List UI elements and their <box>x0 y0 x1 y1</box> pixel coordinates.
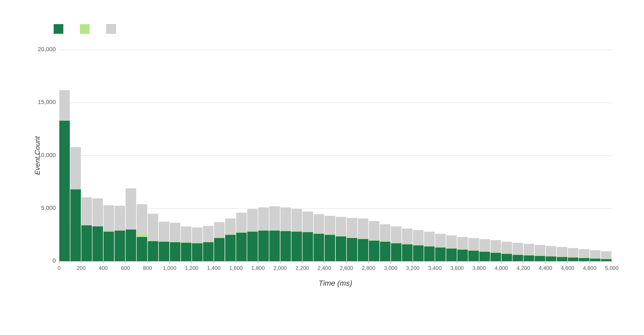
svg-rect-82 <box>314 234 324 261</box>
svg-text:1,400: 1,400 <box>207 265 221 271</box>
svg-text:2,000: 2,000 <box>273 265 287 271</box>
svg-rect-112 <box>424 247 435 261</box>
legend-swatch-controlled <box>54 24 63 34</box>
svg-rect-13 <box>59 121 70 261</box>
svg-text:4,600: 4,600 <box>561 265 574 271</box>
svg-text:600: 600 <box>121 265 130 271</box>
svg-rect-88 <box>336 236 346 261</box>
legend <box>54 24 623 34</box>
svg-rect-106 <box>402 244 412 261</box>
svg-rect-127 <box>480 252 490 261</box>
legend-item-supported <box>80 24 93 34</box>
svg-rect-58 <box>225 235 236 261</box>
svg-text:3,600: 3,600 <box>450 265 464 271</box>
svg-rect-103 <box>391 243 401 261</box>
svg-text:2,800: 2,800 <box>362 265 375 271</box>
legend-swatch-supported <box>80 24 90 34</box>
svg-rect-31 <box>126 230 136 261</box>
svg-text:3,400: 3,400 <box>428 265 442 271</box>
svg-rect-133 <box>502 254 512 261</box>
svg-rect-109 <box>413 245 423 261</box>
svg-rect-139 <box>524 255 534 261</box>
svg-rect-91 <box>347 238 357 261</box>
svg-rect-19 <box>81 225 92 261</box>
svg-rect-61 <box>236 233 247 261</box>
svg-text:1,800: 1,800 <box>251 265 265 271</box>
svg-rect-37 <box>148 241 158 261</box>
svg-rect-154 <box>579 258 589 261</box>
svg-rect-151 <box>568 258 578 261</box>
svg-rect-136 <box>513 255 523 261</box>
svg-rect-25 <box>104 232 114 261</box>
svg-rect-34 <box>137 237 147 261</box>
svg-text:2,200: 2,200 <box>295 265 309 271</box>
svg-rect-28 <box>115 231 125 261</box>
svg-text:1,200: 1,200 <box>185 265 198 271</box>
legend-swatch-total <box>106 24 116 34</box>
svg-rect-73 <box>280 231 291 261</box>
svg-rect-124 <box>468 251 479 261</box>
svg-rect-64 <box>247 232 258 261</box>
svg-text:3,200: 3,200 <box>406 265 419 271</box>
svg-text:0: 0 <box>57 265 60 271</box>
svg-text:Event Count: Event Count <box>33 136 41 175</box>
svg-rect-67 <box>258 231 269 261</box>
svg-rect-115 <box>435 248 446 261</box>
legend-item-controlled <box>54 24 67 34</box>
svg-rect-121 <box>457 250 468 261</box>
svg-text:2,400: 2,400 <box>318 265 331 271</box>
svg-rect-100 <box>380 242 390 261</box>
svg-text:5,000: 5,000 <box>605 265 619 271</box>
svg-rect-76 <box>291 232 302 261</box>
svg-rect-49 <box>192 243 202 261</box>
svg-rect-118 <box>446 249 457 261</box>
svg-text:4,400: 4,400 <box>539 265 552 271</box>
svg-text:1,600: 1,600 <box>229 265 243 271</box>
svg-text:4,800: 4,800 <box>583 265 597 271</box>
svg-rect-130 <box>491 253 501 261</box>
svg-rect-55 <box>214 238 225 261</box>
svg-text:Time (ms): Time (ms) <box>319 279 352 287</box>
svg-rect-160 <box>601 259 612 261</box>
main-chart-svg: 05,00010,00015,00020,000Event Count02004… <box>32 44 623 288</box>
svg-rect-85 <box>325 235 335 261</box>
svg-text:0: 0 <box>53 257 56 264</box>
svg-text:800: 800 <box>143 265 152 271</box>
svg-rect-22 <box>93 226 103 261</box>
svg-rect-52 <box>203 242 214 261</box>
svg-text:1,000: 1,000 <box>163 265 176 271</box>
svg-rect-70 <box>269 231 280 261</box>
svg-rect-142 <box>535 256 545 261</box>
svg-text:3,800: 3,800 <box>473 265 486 271</box>
svg-text:4,000: 4,000 <box>495 265 508 271</box>
svg-rect-43 <box>170 242 180 261</box>
svg-rect-148 <box>557 257 567 261</box>
chart-container: 05,00010,00015,00020,000Event Count02004… <box>0 0 644 335</box>
svg-text:400: 400 <box>99 265 108 271</box>
svg-text:3,000: 3,000 <box>384 265 397 271</box>
svg-text:4,200: 4,200 <box>517 265 530 271</box>
svg-text:20,000: 20,000 <box>38 46 56 53</box>
chart-area: 05,00010,00015,00020,000Event Count02004… <box>32 44 623 288</box>
svg-rect-79 <box>302 232 313 261</box>
svg-rect-157 <box>590 259 601 261</box>
svg-rect-145 <box>546 256 556 261</box>
svg-text:15,000: 15,000 <box>38 99 56 105</box>
svg-text:2,600: 2,600 <box>340 265 353 271</box>
svg-rect-94 <box>358 239 368 261</box>
svg-text:200: 200 <box>77 265 86 271</box>
svg-text:5,000: 5,000 <box>41 204 56 211</box>
svg-rect-97 <box>369 241 379 261</box>
legend-item-total <box>106 24 119 34</box>
svg-rect-46 <box>181 243 191 261</box>
svg-rect-40 <box>159 242 169 261</box>
svg-rect-16 <box>70 189 81 261</box>
